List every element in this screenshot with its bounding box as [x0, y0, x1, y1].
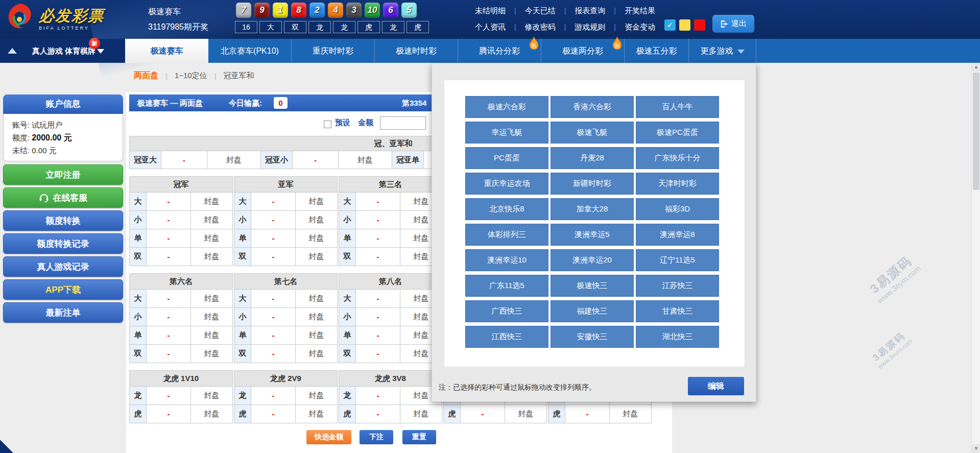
header-link[interactable]: 开奖结果 — [625, 6, 655, 16]
logout-button[interactable]: 退出 — [712, 15, 754, 33]
game-tile-福彩3D[interactable]: 福彩3D — [636, 198, 719, 220]
game-tile-百人牛牛[interactable]: 百人牛牛 — [636, 96, 719, 118]
game-tile-极速快三[interactable]: 极速快三 — [551, 275, 634, 297]
nav-tab-北京赛车(PK10)[interactable]: 北京赛车(PK10) — [208, 39, 292, 63]
bet-odds-cell[interactable]: - — [356, 290, 400, 308]
flag-blue-check[interactable]: ✓ — [664, 19, 676, 31]
nav-tab-极速赛车[interactable]: 极速赛车 — [125, 39, 208, 63]
game-tile-极速飞艇[interactable]: 极速飞艇 — [551, 122, 634, 144]
bet-odds-cell[interactable]: - — [251, 405, 296, 423]
bet-odds-cell[interactable]: - — [251, 248, 296, 266]
bet-odds-cell[interactable]: - — [147, 248, 191, 266]
subnav-item-1~10定位[interactable]: 1~10定位 — [175, 71, 207, 81]
bet-odds-cell[interactable]: - — [161, 151, 207, 169]
nav-tab-腾讯分分彩[interactable]: 腾讯分分彩热 — [458, 39, 541, 63]
game-tile-澳洲幸运10[interactable]: 澳洲幸运10 — [465, 249, 548, 271]
scroll-up-arrow[interactable]: ▲ — [972, 63, 980, 71]
bet-odds-cell[interactable]: - — [565, 405, 610, 423]
game-tile-重庆幸运农场[interactable]: 重庆幸运农场 — [465, 173, 548, 195]
game-tile-甘肃快三[interactable]: 甘肃快三 — [636, 300, 719, 322]
bet-odds-cell[interactable]: - — [251, 193, 296, 211]
game-tile-极速六合彩[interactable]: 极速六合彩 — [465, 96, 548, 118]
game-tile-澳洲幸运8[interactable]: 澳洲幸运8 — [636, 224, 719, 246]
header-link[interactable]: 未结明细 — [475, 6, 506, 16]
game-tile-PC蛋蛋[interactable]: PC蛋蛋 — [465, 147, 548, 169]
game-tile-丹麦28[interactable]: 丹麦28 — [551, 147, 634, 169]
flag-red[interactable] — [694, 19, 705, 31]
game-tile-广东11选5[interactable]: 广东11选5 — [465, 275, 548, 297]
game-tile-天津时时彩[interactable]: 天津时时彩 — [636, 173, 719, 195]
bet-odds-cell[interactable]: - — [251, 345, 296, 363]
bet-odds-cell[interactable]: - — [356, 248, 400, 266]
nav-tab-重庆时时彩[interactable]: 重庆时时彩 — [292, 39, 375, 63]
bet-odds-cell[interactable]: - — [147, 405, 191, 423]
bet-odds-cell[interactable]: - — [251, 326, 296, 345]
subnav-item-冠亚军和[interactable]: 冠亚军和 — [224, 71, 254, 81]
bet-odds-cell[interactable]: - — [356, 326, 400, 345]
bet-odds-cell[interactable]: - — [356, 229, 400, 248]
header-link[interactable]: 游戏规则 — [575, 22, 605, 32]
sidebar-button-真人游戏记录[interactable]: 真人游戏记录 — [3, 256, 123, 277]
action-button-快选金额[interactable]: 快选金额 — [306, 430, 351, 444]
game-tile-澳洲幸运20[interactable]: 澳洲幸运20 — [551, 249, 634, 271]
game-tile-安徽快三[interactable]: 安徽快三 — [551, 326, 634, 348]
game-tile-江苏快三[interactable]: 江苏快三 — [636, 275, 719, 297]
bet-odds-cell[interactable]: - — [147, 326, 191, 345]
bet-odds-cell[interactable]: - — [147, 211, 191, 229]
bet-odds-cell[interactable]: - — [356, 308, 400, 326]
preset-checkbox[interactable] — [324, 121, 331, 128]
game-tile-加拿大28[interactable]: 加拿大28 — [551, 198, 634, 220]
game-tile-辽宁11选5[interactable]: 辽宁11选5 — [636, 249, 719, 271]
scroll-down-arrow[interactable]: ▼ — [972, 444, 980, 453]
bet-odds-cell[interactable]: - — [147, 345, 191, 363]
game-tile-广西快三[interactable]: 广西快三 — [465, 300, 548, 322]
bet-odds-cell[interactable]: - — [356, 211, 400, 229]
bet-odds-cell[interactable]: - — [251, 211, 296, 229]
sidebar-button-额度转换记录[interactable]: 额度转换记录 — [3, 233, 123, 254]
bet-odds-cell[interactable]: - — [356, 405, 400, 423]
bet-odds-cell[interactable]: - — [251, 387, 296, 405]
bet-odds-cell[interactable]: - — [251, 290, 296, 308]
bet-odds-cell[interactable]: - — [251, 308, 296, 326]
nav-tab-极速时时彩[interactable]: 极速时时彩 — [375, 39, 458, 63]
header-link[interactable]: 今天已结 — [525, 6, 556, 16]
action-button-下注[interactable]: 下注 — [360, 430, 393, 444]
sidebar-button-额度转换[interactable]: 额度转换 — [3, 210, 123, 231]
nav-tab-极速两分彩[interactable]: 极速两分彩热 — [541, 39, 625, 63]
edit-button[interactable]: 编辑 — [688, 377, 744, 395]
header-link[interactable]: 资金变动 — [625, 22, 655, 32]
header-link[interactable]: 修改密码 — [525, 22, 556, 32]
game-tile-极速PC蛋蛋[interactable]: 极速PC蛋蛋 — [636, 122, 719, 144]
game-tile-新疆时时彩[interactable]: 新疆时时彩 — [551, 173, 634, 195]
scrollbar-thumb[interactable] — [973, 73, 979, 190]
game-tile-体彩排列三[interactable]: 体彩排列三 — [465, 224, 548, 246]
header-link[interactable]: 报表查询 — [575, 6, 605, 16]
bet-odds-cell[interactable]: - — [293, 151, 339, 169]
sidebar-button-APP下载[interactable]: APP下载 — [3, 279, 123, 300]
bet-odds-cell[interactable]: - — [147, 229, 191, 248]
bet-odds-cell[interactable]: - — [461, 405, 505, 423]
bet-odds-cell[interactable]: - — [147, 193, 191, 211]
collapse-button[interactable] — [0, 39, 24, 63]
subnav-item-两面盘[interactable]: 两面盘 — [134, 70, 158, 81]
bet-odds-cell[interactable]: - — [251, 229, 296, 248]
game-tile-香港六合彩[interactable]: 香港六合彩 — [551, 96, 634, 118]
bet-odds-cell[interactable]: - — [147, 308, 191, 326]
bet-odds-cell[interactable]: - — [356, 387, 400, 405]
game-tile-幸运飞艇[interactable]: 幸运飞艇 — [465, 122, 548, 144]
flag-yellow[interactable] — [679, 19, 690, 31]
vertical-scrollbar[interactable]: ▲ ▼ — [971, 63, 980, 453]
nav-live-games-tab[interactable]: 真人游戏 体育棋牌 新 — [24, 39, 125, 63]
bet-odds-cell[interactable]: - — [356, 193, 400, 211]
sidebar-button-立即注册[interactable]: 立即注册 — [3, 164, 123, 185]
nav-tab-更多游戏[interactable]: 更多游戏 — [689, 39, 756, 63]
amount-input[interactable] — [380, 116, 426, 130]
game-tile-江西快三[interactable]: 江西快三 — [465, 326, 548, 348]
sidebar-button-最新注单[interactable]: 最新注单 — [3, 302, 123, 323]
game-tile-澳洲幸运5[interactable]: 澳洲幸运5 — [551, 224, 634, 246]
bet-odds-cell[interactable]: - — [147, 290, 191, 308]
bet-odds-cell[interactable]: - — [147, 387, 191, 405]
bet-odds-cell[interactable]: - — [356, 345, 400, 363]
nav-tab-极速五分彩[interactable]: 极速五分彩 — [625, 39, 689, 63]
action-button-重置[interactable]: 重置 — [402, 430, 436, 444]
